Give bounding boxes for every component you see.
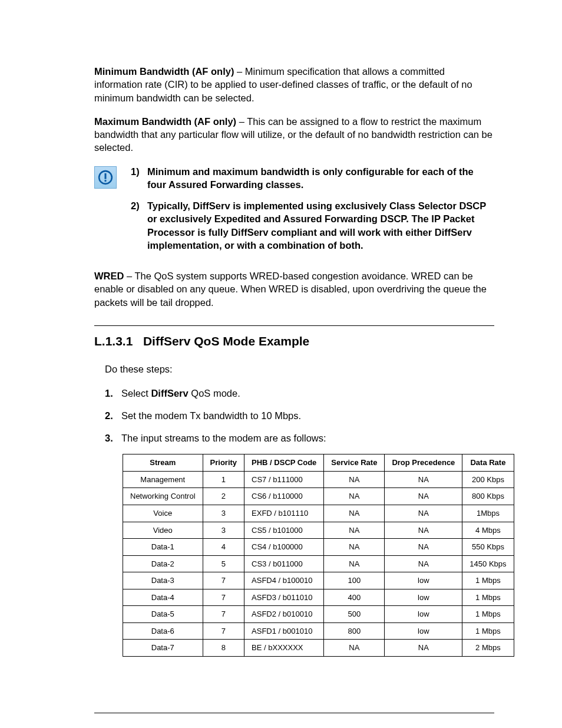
table-body: Management1CS7 / b111000NANA200 KbpsNetw…	[123, 471, 514, 656]
table-cell: NA	[385, 555, 462, 572]
table-cell: NA	[324, 488, 385, 505]
table-cell: Video	[123, 522, 203, 539]
table-row: Management1CS7 / b111000NANA200 Kbps	[123, 471, 514, 488]
steps-intro: Do these steps:	[105, 363, 494, 375]
table-row: Networking Control2CS6 / b110000NANA800 …	[123, 488, 514, 505]
table-header: Priority	[203, 454, 244, 472]
table-cell: 100	[324, 572, 385, 589]
table-row: Data-78BE / bXXXXXXNANA2 Mbps	[123, 640, 514, 657]
table-row: Data-47ASFD3 / b011010400low1 Mbps	[123, 589, 514, 606]
table-cell: 500	[324, 606, 385, 623]
table-cell: NA	[324, 539, 385, 556]
table-cell: EXFD / b101110	[244, 505, 324, 522]
step-item: 2. Set the modem Tx bandwidth to 10 Mbps…	[105, 409, 494, 422]
table-row: Data-37ASFD4 / b100010100low1 Mbps	[123, 572, 514, 589]
table-cell: 2	[203, 488, 244, 505]
table-cell: 1 Mbps	[462, 606, 514, 623]
table-cell: Data-6	[123, 622, 203, 640]
table-row: Video3CS5 / b101000NANA4 Mbps	[123, 522, 514, 539]
table-cell: Networking Control	[123, 488, 203, 505]
step-number: 1.	[105, 387, 121, 400]
table-cell: 3	[203, 505, 244, 522]
table-header-row: Stream Priority PHB / DSCP Code Service …	[123, 454, 514, 472]
table-cell: ASFD2 / b010010	[244, 606, 324, 623]
table-cell: 2 Mbps	[462, 640, 514, 657]
note-item-text: Minimum and maximum bandwidth is only co…	[147, 165, 494, 192]
note-item: 2) Typically, DiffServ is implemented us…	[131, 199, 494, 252]
paragraph-maximum-bandwidth: Maximum Bandwidth (AF only) – This can b…	[94, 115, 494, 154]
section-number: L.1.3.1	[94, 334, 133, 348]
table-header: PHB / DSCP Code	[244, 454, 324, 472]
table-cell: 3	[203, 522, 244, 539]
stream-table: Stream Priority PHB / DSCP Code Service …	[123, 454, 514, 657]
table-cell: NA	[385, 471, 462, 488]
table-cell: 4 Mbps	[462, 522, 514, 539]
table-cell: 4	[203, 539, 244, 556]
table-cell: NA	[324, 522, 385, 539]
step-number: 3.	[105, 431, 121, 444]
step-text: Set the modem Tx bandwidth to 10 Mbps.	[121, 409, 494, 422]
table-row: Voice3EXFD / b101110NANA1Mbps	[123, 505, 514, 522]
note-block: 1) Minimum and maximum bandwidth is only…	[94, 165, 494, 261]
table-cell: 1 Mbps	[462, 572, 514, 589]
note-item: 1) Minimum and maximum bandwidth is only…	[131, 165, 494, 192]
table-cell: 1 Mbps	[462, 589, 514, 606]
table-cell: 7	[203, 589, 244, 606]
table-cell: ASFD1 / b001010	[244, 622, 324, 640]
table-cell: low	[385, 589, 462, 606]
table-cell: Data-4	[123, 589, 203, 606]
table-cell: Data-3	[123, 572, 203, 589]
table-cell: 5	[203, 555, 244, 572]
paragraph-wred: WRED – The QoS system supports WRED-base…	[94, 269, 494, 309]
table-cell: low	[385, 606, 462, 623]
table-cell: 200 Kbps	[462, 471, 514, 488]
table-cell: Data-2	[123, 555, 203, 572]
table-cell: 7	[203, 622, 244, 640]
table-cell: CS4 / b100000	[244, 539, 324, 556]
paragraph-minimum-bandwidth: Minimum Bandwidth (AF only) – Minimum sp…	[94, 65, 494, 104]
table-cell: NA	[324, 471, 385, 488]
note-item-number: 2)	[131, 199, 147, 252]
table-cell: 1 Mbps	[462, 622, 514, 640]
table-cell: 1450 Kbps	[462, 555, 514, 572]
table-row: Data-57ASFD2 / b010010500low1 Mbps	[123, 606, 514, 623]
table-cell: 400	[324, 589, 385, 606]
step-item: 3. The input streams to the modem are as…	[105, 431, 494, 444]
table-cell: Data-5	[123, 606, 203, 623]
table-cell: CS7 / b111000	[244, 471, 324, 488]
table-cell: NA	[385, 522, 462, 539]
table-header: Data Rate	[462, 454, 514, 472]
table-cell: 7	[203, 572, 244, 589]
table-cell: Data-1	[123, 539, 203, 556]
label-maximum-bandwidth: Maximum Bandwidth (AF only)	[94, 116, 236, 127]
step-number: 2.	[105, 409, 121, 422]
table-header: Stream	[123, 454, 203, 472]
table-cell: 1	[203, 471, 244, 488]
table-cell: 8	[203, 640, 244, 657]
note-item-number: 1)	[131, 165, 147, 192]
table-row: Data-14CS4 / b100000NANA550 Kbps	[123, 539, 514, 556]
label-wred: WRED	[94, 271, 124, 281]
table-cell: CS5 / b101000	[244, 522, 324, 539]
label-minimum-bandwidth: Minimum Bandwidth (AF only)	[94, 66, 234, 77]
table-cell: NA	[324, 555, 385, 572]
step-text: The input streams to the modem are as fo…	[121, 431, 494, 444]
table-cell: NA	[385, 505, 462, 522]
svg-point-2	[104, 179, 106, 181]
table-cell: CS6 / b110000	[244, 488, 324, 505]
table-cell: BE / bXXXXXX	[244, 640, 324, 657]
table-cell: CS3 / b011000	[244, 555, 324, 572]
table-cell: NA	[385, 539, 462, 556]
table-cell: NA	[385, 640, 462, 657]
svg-rect-1	[104, 173, 106, 179]
table-cell: NA	[324, 505, 385, 522]
step-text: Select DiffServ QoS mode.	[121, 387, 494, 400]
note-list: 1) Minimum and maximum bandwidth is only…	[131, 165, 494, 261]
table-header: Drop Precedence	[385, 454, 462, 472]
table-cell: ASFD4 / b100010	[244, 572, 324, 589]
table-cell: low	[385, 572, 462, 589]
table-cell: ASFD3 / b011010	[244, 589, 324, 606]
note-item-text: Typically, DiffServ is implemented using…	[147, 199, 494, 252]
footer-rule	[94, 713, 494, 713]
section-heading: L.1.3.1 DiffServ QoS Mode Example	[94, 333, 494, 350]
